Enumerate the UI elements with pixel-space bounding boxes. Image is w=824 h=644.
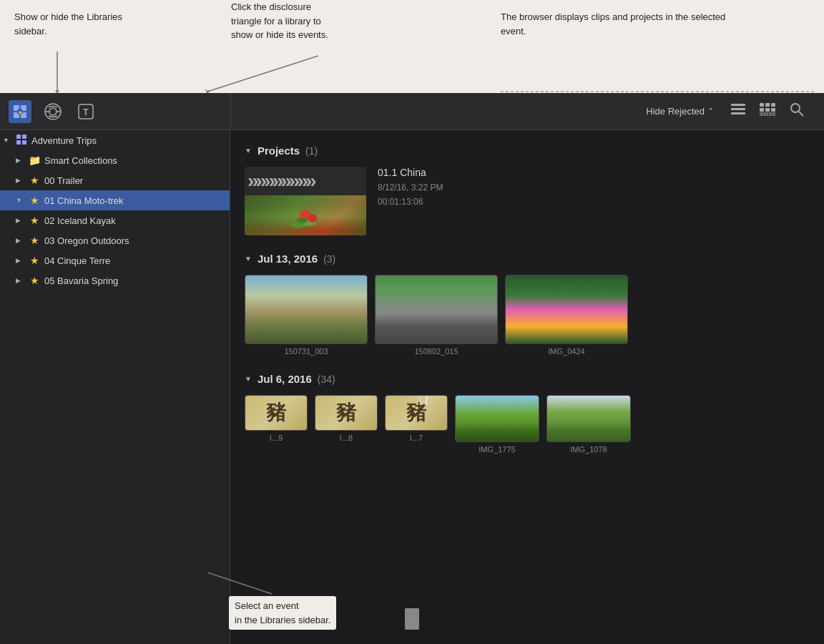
library-grid-icon [16, 135, 27, 147]
project-meta: 01.1 China 8/12/16, 3:22 PM 00:01:13:06 [378, 167, 443, 207]
clip-item-150802[interactable]: 150802_015 [375, 275, 498, 356]
clip-item-img1775[interactable]: IMG_1775 [455, 395, 539, 454]
clip-label-img1078: IMG_1078 [570, 445, 607, 454]
toolbar-right: Hide Rejected ⌃ [239, 99, 815, 123]
clip-label-i7: I...7 [410, 434, 423, 442]
project-date: 8/12/16, 3:22 PM [378, 182, 443, 192]
jul6-disclosure[interactable]: ▼ [245, 375, 252, 383]
jul6-clips-grid: 豬 I...9 豬 I...8 豬 [245, 395, 810, 454]
clip-label-img0424: IMG_0424 [548, 347, 584, 356]
project-item[interactable]: »»»»»»»» [245, 167, 810, 235]
clip-label-img1775: IMG_1775 [479, 445, 515, 454]
svg-text:★: ★ [18, 109, 23, 116]
sidebar-item-smart-collections[interactable]: 📁 Smart Collections [0, 150, 230, 170]
projects-section-header: ▼ Projects (1) [245, 145, 810, 157]
clip-label-150802: 150802_015 [414, 347, 458, 356]
folder-icon: 📁 [29, 155, 40, 166]
main-content: Adventure Trips 📁 Smart Collections ★ 00… [0, 130, 824, 644]
svg-line-5 [207, 90, 210, 93]
projects-title: Projects [258, 145, 300, 157]
right-annotation: The browser displays clips and projects … [501, 10, 744, 38]
projects-disclosure[interactable]: ▼ [245, 147, 252, 155]
jul13-title: Jul 13, 2016 [258, 253, 318, 265]
china-star-icon: ★ [29, 195, 40, 206]
svg-rect-20 [731, 108, 745, 110]
svg-point-31 [767, 114, 768, 115]
trailer-triangle[interactable] [16, 177, 24, 184]
jul13-section: ▼ Jul 13, 2016 (3) 150731_003 [245, 253, 810, 356]
svg-point-34 [791, 104, 800, 112]
music-icon-button[interactable] [41, 100, 64, 123]
project-thumb-image [245, 195, 366, 235]
svg-line-2 [57, 90, 59, 93]
project-thumbnail: »»»»»»»» [245, 167, 366, 235]
svg-rect-22 [760, 103, 764, 107]
svg-rect-23 [765, 103, 770, 107]
oregon-star-icon: ★ [29, 235, 40, 246]
trailer-star-icon: ★ [29, 175, 40, 186]
cinque-star-icon: ★ [29, 255, 40, 266]
oregon-triangle[interactable] [16, 237, 24, 244]
list-view-icon[interactable] [728, 101, 748, 122]
sidebar-item-03-oregon[interactable]: ★ 03 Oregon Outdoors [0, 230, 230, 250]
clip-item-150731[interactable]: 150731_003 [245, 275, 368, 356]
clip-item-img1078[interactable]: IMG_1078 [546, 395, 631, 454]
hide-rejected-button[interactable]: Hide Rejected ⌃ [640, 103, 720, 119]
china-triangle[interactable] [16, 197, 24, 204]
clip-item-img0424[interactable]: IMG_0424 [505, 275, 628, 356]
svg-point-14 [49, 108, 57, 115]
cinque-triangle[interactable] [16, 257, 24, 264]
library-disclosure-triangle[interactable] [3, 137, 11, 144]
svg-point-44 [296, 218, 308, 223]
jul6-title: Jul 6, 2016 [258, 373, 312, 385]
bottom-annotation: Select an eventin the Libraries sidebar. [229, 596, 336, 630]
grid-view-icon[interactable] [757, 100, 778, 122]
sidebar-library-root[interactable]: Adventure Trips [0, 130, 230, 150]
china-label: 01 China Moto-trek [44, 195, 224, 206]
clip-label-i8: I...8 [340, 434, 353, 442]
jul13-header: ▼ Jul 13, 2016 (3) [245, 253, 810, 265]
svg-text:T: T [83, 107, 89, 117]
smart-collections-triangle[interactable] [16, 157, 24, 164]
bavaria-triangle[interactable] [16, 277, 24, 284]
clip-item-i9[interactable]: 豬 I...9 [245, 395, 308, 454]
projects-count: (1) [305, 145, 318, 157]
svg-rect-26 [765, 108, 770, 112]
titles-icon-button[interactable]: T [74, 100, 97, 123]
annotation-area: Show or hide the Libraries sidebar. Clic… [0, 0, 824, 93]
svg-line-1 [56, 90, 57, 93]
clip-thumb-img1775 [455, 395, 539, 442]
clip-label-150731: 150731_003 [284, 347, 328, 356]
svg-rect-24 [771, 103, 775, 107]
sidebar-item-02-iceland[interactable]: ★ 02 Iceland Kayak [0, 210, 230, 230]
search-icon[interactable] [787, 99, 807, 123]
clip-item-i8[interactable]: 豬 I...8 [315, 395, 378, 454]
iceland-triangle[interactable] [16, 217, 24, 224]
clip-item-i7[interactable]: 豬 I...7 [385, 395, 448, 454]
sidebar-item-00-trailer[interactable]: ★ 00 Trailer [0, 170, 230, 190]
svg-rect-37 [22, 135, 26, 139]
bavaria-label: 05 Bavaria Spring [44, 275, 224, 286]
projects-section: ▼ Projects (1) »»»»»»»» [245, 145, 810, 235]
svg-point-43 [308, 214, 317, 223]
clip-thumb-150731 [245, 275, 368, 344]
toolbar-left: ★ T [9, 100, 239, 123]
cinque-label: 04 Cinque Terre [44, 255, 224, 266]
chevron-pattern: »»»»»»»» [247, 170, 314, 192]
hide-rejected-label: Hide Rejected [646, 106, 705, 117]
svg-point-29 [761, 114, 762, 115]
library-name: Adventure Trips [31, 135, 224, 146]
sidebar-item-05-bavaria[interactable]: ★ 05 Bavaria Spring [0, 270, 230, 291]
clip-label-i9: I...9 [270, 434, 283, 442]
clip-thumb-i7: 豬 [385, 395, 448, 431]
libraries-icon-button[interactable]: ★ [9, 100, 31, 123]
clip-thumb-i8: 豬 [315, 395, 378, 431]
jul13-disclosure[interactable]: ▼ [245, 255, 252, 263]
sidebar-item-01-china[interactable]: ★ 01 China Moto-trek [0, 190, 230, 210]
sidebar-item-04-cinque[interactable]: ★ 04 Cinque Terre [0, 250, 230, 270]
left-annotation: Show or hide the Libraries sidebar. [14, 10, 136, 38]
jul6-section: ▼ Jul 6, 2016 (34) 豬 I...9 豬 [245, 373, 810, 454]
svg-line-35 [799, 112, 803, 116]
browser: ▼ Projects (1) »»»»»»»» [230, 130, 824, 644]
oregon-label: 03 Oregon Outdoors [44, 235, 224, 246]
